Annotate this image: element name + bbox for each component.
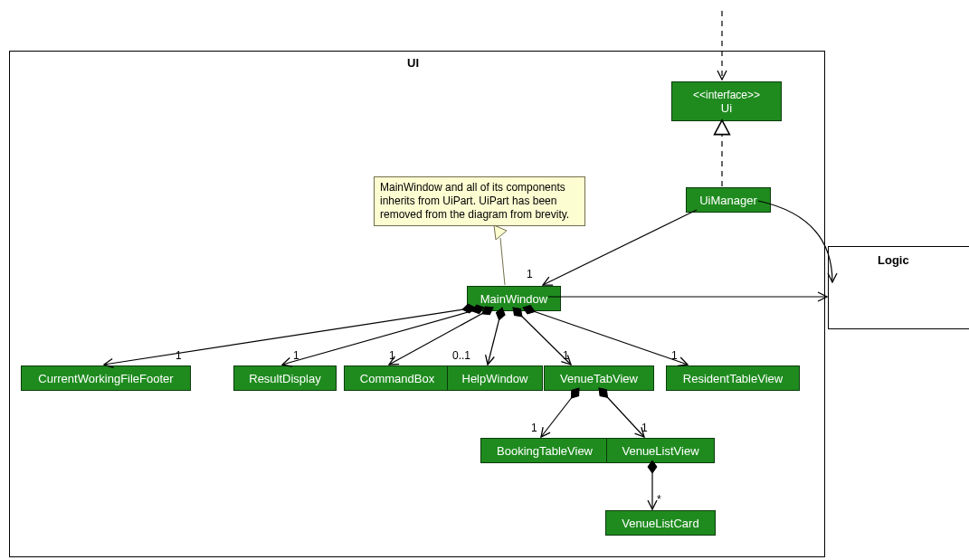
mult-mw-top: 1 [527,268,533,280]
current-working-file-footer: CurrentWorkingFileFooter [21,365,191,391]
booking-table-view-label: BookingTableView [497,444,593,458]
booking-table-view: BookingTableView [480,438,609,463]
venue-list-card-label: VenueListCard [622,517,698,530]
mult-rd: 1 [293,349,299,362]
ui-manager: UiManager [686,187,771,213]
mult-vlv: 1 [641,422,648,434]
result-display: ResultDisplay [233,365,337,391]
mult-btv: 1 [531,422,537,434]
command-box-label: CommandBox [360,372,434,385]
result-display-label: ResultDisplay [249,372,320,385]
venue-tab-view-label: VenueTabView [560,372,638,385]
venue-list-view: VenueListView [606,438,715,463]
ui-interface: <<interface>> Ui [671,81,782,121]
venue-list-card: VenueListCard [605,510,716,536]
mult-cwff: 1 [176,349,182,362]
uml-note-text: MainWindow and all of its components inh… [380,181,569,221]
resident-table-view-label: ResidentTableView [683,372,783,385]
uml-note: MainWindow and all of its components inh… [374,176,585,226]
mult-vlc: * [657,493,661,506]
cwff-label: CurrentWorkingFileFooter [38,372,173,385]
venue-tab-view: VenueTabView [544,365,654,391]
ui-interface-name: Ui [721,101,732,115]
ui-interface-stereotype: <<interface>> [693,89,760,101]
resident-table-view: ResidentTableView [666,365,800,391]
mult-rtv: 1 [671,349,678,362]
main-window-label: MainWindow [480,292,547,306]
help-window: HelpWindow [447,365,543,391]
mult-vtv: 1 [563,349,569,362]
logic-label: Logic [878,253,909,267]
help-window-label: HelpWindow [462,372,528,385]
mult-hw: 0..1 [452,349,470,362]
venue-list-view-label: VenueListView [622,444,698,458]
main-window: MainWindow [467,286,561,311]
command-box: CommandBox [344,365,451,391]
mult-cb: 1 [389,349,395,362]
ui-package-frame [9,51,825,557]
ui-manager-label: UiManager [699,194,757,207]
ui-package-label: UI [407,56,419,70]
